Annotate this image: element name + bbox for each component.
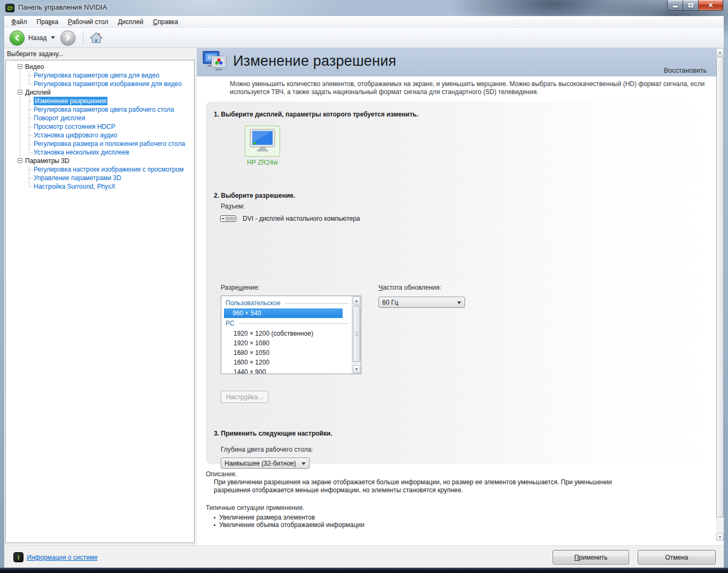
monitor-icon [249,129,276,153]
collapse-toggle-icon[interactable] [18,64,22,69]
collapse-toggle-icon[interactable] [18,158,22,163]
minimize-icon [673,6,678,7]
settings-panel: 1. Выберите дисплей, параметры которого … [206,102,715,464]
sidebar-header: Выберите задачу... [7,50,63,58]
sidebar-item-rotate-display[interactable]: Поворот дисплея [6,114,194,122]
sidebar-item-desktop-color[interactable]: Регулировка параметров цвета рабочего ст… [6,105,194,114]
change-resolution-icon [203,51,230,74]
dvi-connector-icon [220,215,236,222]
scroll-down-icon[interactable]: ▼ [353,365,360,373]
restore-defaults-link[interactable]: Восстановить [664,67,707,74]
task-sidebar: Выберите задачу... Видео Регулировка пар… [4,48,197,545]
step2-title: 2. Выберите разрешение. [214,192,295,199]
list-item-1920x1080[interactable]: 1920 × 1080 [221,338,352,348]
home-icon[interactable] [90,32,103,44]
task-tree: Видео Регулировка параметров цвета для в… [5,60,195,543]
chevron-down-icon [457,301,461,304]
menu-help[interactable]: Справка [148,17,183,27]
chevron-down-icon [301,462,306,465]
collapse-toggle-icon[interactable] [18,90,22,95]
step1-title: 1. Выберите дисплей, параметры которого … [214,111,419,118]
list-item-1600x1200[interactable]: 1600 × 1200 [221,358,352,367]
step3-title: 3. Применить следующие настройки. [214,430,332,437]
list-item: Увеличение объема отображаемой информаци… [214,521,365,529]
resolution-label: Разрешение: [221,284,260,291]
tree-group-video[interactable]: Видео [6,63,194,71]
scroll-down-icon[interactable]: ▼ [716,533,724,541]
tree-group-3d-settings[interactable]: Параметры 3D [6,157,194,165]
color-depth-label: Глубина цвета рабочего стола: [221,446,313,453]
close-button[interactable]: ✕ [699,0,723,11]
usage-heading: Типичные ситуации применения. [206,504,304,512]
back-history-dropdown[interactable] [51,36,55,39]
list-item-960x540[interactable]: 960 × 540 [224,308,343,318]
footer-bar: i Информация о системе Применить Отмена [4,545,724,568]
toolbar-separator [83,31,83,45]
sidebar-item-multiple-displays[interactable]: Установка нескольких дисплеев [6,148,194,157]
list-item: Увеличение размера элементов [214,514,365,521]
sidebar-item-hdcp-status[interactable]: Просмотр состояния HDCP [6,122,194,131]
sidebar-item-3d-parameters[interactable]: Управление параметрами 3D [6,174,194,182]
color-depth-select[interactable]: Наивысшее (32-битное) [221,458,309,469]
resolution-listbox[interactable]: Пользовательское 960 × 540 PC 1920 × 120… [221,296,361,374]
restore-window-button[interactable] [683,0,699,11]
customize-button[interactable]: Настройка... [221,391,268,403]
window-title: Панель управления NVIDIA [18,3,107,11]
sidebar-item-desktop-size-position[interactable]: Регулировка размера и положения рабочего… [6,140,194,148]
forward-arrow-icon [64,34,72,42]
sidebar-item-video-color[interactable]: Регулировка параметров цвета для видео [6,71,194,80]
connector-label: Разъем: [221,203,245,210]
info-icon: i [13,552,24,562]
scroll-up-icon[interactable]: ▲ [353,297,360,305]
refresh-rate-select[interactable]: 60 Гц [378,297,465,308]
menu-desktop[interactable]: Рабочий стол [63,17,113,27]
forward-button[interactable] [60,30,75,45]
description-body: При увеличении разрешения на экране отоб… [214,478,619,494]
menu-display[interactable]: Дисплей [113,17,148,27]
list-item-1920x1200[interactable]: 1920 × 1200 (собственное) [221,329,352,338]
use-case-list: Увеличение размера элементов Увеличение … [214,514,365,529]
sidebar-item-3d-image-preview[interactable]: Регулировка настроек изображения с просм… [6,165,194,174]
page-header-band: Изменение разрешения Восстановить [197,48,716,76]
tree-group-display[interactable]: Дисплей [6,88,194,97]
list-item-1680x1050[interactable]: 1680 × 1050 [221,348,352,358]
description-heading: Описание. [206,470,237,478]
list-item-1440x900[interactable]: 1440 × 900 [221,367,352,374]
listbox-scrollbar[interactable]: ▲ ▼ [352,296,361,374]
scrollbar-thumb[interactable] [716,57,724,517]
refresh-rate-label: Частота обновления: [378,284,442,291]
display-selector-hp-zr24w[interactable] [245,126,280,157]
scroll-up-icon[interactable]: ▲ [716,48,724,56]
back-button[interactable] [10,30,25,45]
connector-value: DVI - дисплей настольного компьютера [243,215,360,222]
back-arrow-icon [13,34,21,42]
page-intro-text: Можно уменьшить количество элементов, от… [230,80,711,96]
navigation-toolbar: Назад [4,28,724,48]
menu-file[interactable]: Файл [6,17,32,27]
restore-icon [688,3,693,7]
minimize-button[interactable] [667,0,683,11]
menu-bar: Файл Правка Рабочий стол Дисплей Справка [4,16,724,28]
close-icon: ✕ [708,2,713,9]
sidebar-item-video-image[interactable]: Регулировка параметров изображения для в… [6,80,194,88]
nvidia-control-panel-window: Панель управления NVIDIA ✕ Файл Правка Р… [0,0,728,573]
list-group-custom: Пользовательское [221,298,352,308]
system-info-link[interactable]: i Информация о системе [13,552,97,562]
window-bottom-frame [0,568,728,573]
sidebar-item-change-resolution[interactable]: Изменение разрешения [6,97,194,105]
list-group-pc: PC [221,318,352,329]
scrollbar-thumb[interactable] [353,306,360,362]
page-title: Изменение разрешения [233,53,396,69]
apply-button[interactable]: Применить [553,550,629,564]
nvidia-app-icon [5,4,14,12]
back-label: Назад [28,34,47,42]
title-bar[interactable]: Панель управления NVIDIA ✕ [0,0,728,16]
cancel-button[interactable]: Отмена [638,550,716,564]
display-name-label: HP ZR24w [229,159,296,166]
menu-edit[interactable]: Правка [32,17,64,27]
sidebar-item-digital-audio[interactable]: Установка цифрового аудио [6,131,194,140]
main-content: Изменение разрешения Восстановить Можно … [197,48,724,545]
sidebar-item-surround-physx[interactable]: Настройка Surround, PhysX [6,182,194,191]
content-scrollbar[interactable]: ▲ ▼ [716,48,724,541]
